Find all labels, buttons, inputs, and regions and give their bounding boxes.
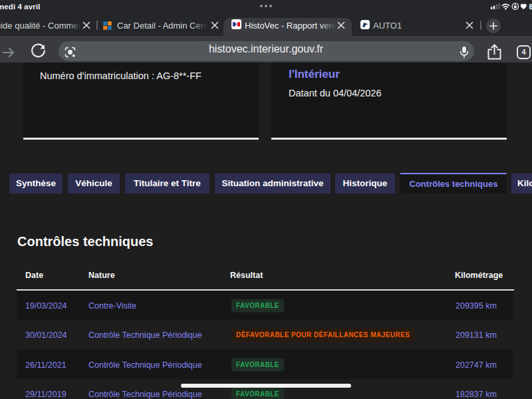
svg-text:87: 87 [529,3,532,11]
